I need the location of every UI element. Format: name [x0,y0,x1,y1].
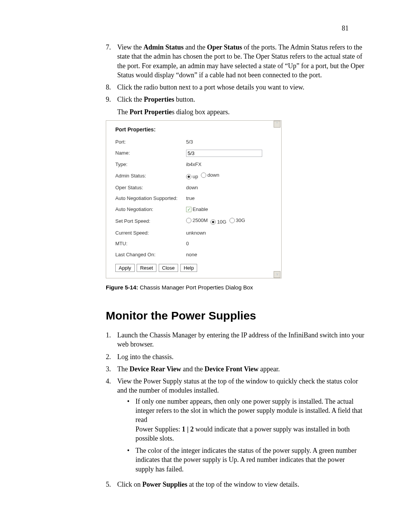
figure-caption: Figure 5-14: Chassis Manager Port Proper… [106,284,365,291]
step-b4: 4. View the Power Supply status at the t… [106,377,365,477]
apply-button[interactable]: Apply [115,264,135,272]
sub-pre: The [117,108,129,116]
value-autoneg-supported: true [186,195,194,202]
label-mtu: MTU: [115,240,186,247]
radio-label: down [207,172,219,179]
step-number: 9. [106,95,117,104]
step-number: 8. [106,83,117,92]
bullet-1: If only one number appears, then only on… [127,397,365,443]
bullet-icon [127,397,135,443]
value-mtu: 0 [186,240,189,247]
radio-speed-2500m[interactable]: 2500M [186,217,208,224]
page-content: 7. View the Admin Status and the Oper St… [106,43,365,489]
step-body: View the Power Supply status at the top … [117,377,365,477]
radio-icon [186,174,191,179]
label-autoneg-supported: Auto Negotiation Supported: [115,195,186,202]
bullet-body: If only one number appears, then only on… [135,397,365,443]
step-7: 7. View the Admin Status and the Oper St… [106,43,365,80]
step-body: Log into the chassis. [117,352,174,361]
heading-monitor-power-supplies: Monitor the Power Supplies [106,308,365,324]
radio-icon [210,219,216,225]
radio-icon [186,218,191,223]
step-b3: 3. The Device Rear View and the Device F… [106,364,365,374]
label-autoneg: Auto Negotiation: [115,206,186,213]
b3-bold1: Device Rear View [129,365,181,373]
b3-mid: and the [181,365,204,373]
step-number: 5. [106,480,117,489]
bullet1-line2-bold: 1 | 2 [182,425,194,433]
step-number: 4. [106,377,117,477]
label-oper-status: Oper Status: [115,184,186,191]
step-8: 8. Click the radio button next to a port… [106,83,365,92]
row-set-speed: Set Port Speed: 2500M 10G 30G [115,217,272,225]
port-properties-dialog: ^ Port Properties: Port: 5/3 Name: Type:… [106,120,282,278]
caption-bold: Figure 5-14: [106,284,140,291]
radio-label: 2500M [193,217,208,224]
step-body: View the Admin Status and the Oper Statu… [117,43,365,80]
step-body: The Device Rear View and the Device Fron… [117,364,280,374]
bullet1-line1: If only one number appears, then only on… [135,398,362,424]
radio-label: up [193,173,198,180]
step-number: 7. [106,43,117,80]
step-b5: 5. Click on Power Supplies at the top of… [106,480,365,489]
radio-label: 10G [217,219,226,225]
dialog-title: Port Properties: [115,126,272,133]
step9-pre: Click the [117,96,144,103]
step-body: Click the Properties button. [117,95,195,104]
radio-speed-30g[interactable]: 30G [229,217,245,224]
checkbox-label: Enable [193,206,208,213]
scroll-up-icon[interactable]: ^ [274,121,280,128]
step-b2: 2. Log into the chassis. [106,352,365,361]
close-button[interactable]: Close [159,264,178,272]
step9-bold: Properties [144,96,174,103]
steps-top: 7. View the Admin Status and the Oper St… [106,43,365,104]
label-name: Name: [115,150,186,157]
radio-admin-up[interactable]: up [186,173,198,180]
radio-speed-10g[interactable]: 10G [210,219,226,225]
step-body: Click the radio button next to a port wh… [117,83,304,92]
row-current-speed: Current Speed: unknown [115,230,272,236]
name-input[interactable] [186,150,262,157]
b5-bold: Power Supplies [142,481,187,488]
step-body: Launch the Chassis Manager by entering t… [117,331,365,349]
b5-post: at the top of the window to view details… [187,481,299,488]
label-admin-status: Admin Status: [115,173,186,179]
row-type: Type: ib4xFX [115,161,272,168]
caption-text: Chassis Manager Port Properties Dialog B… [140,284,253,291]
sub-post: s dialog box appears. [172,108,230,116]
radio-icon [201,173,206,178]
radio-label: 30G [236,217,245,224]
row-oper-status: Oper Status: down [115,184,272,191]
help-button[interactable]: Help [180,264,198,272]
b3-post: appear. [258,365,280,373]
checkbox-autoneg-enable[interactable]: ✓ Enable [186,206,208,213]
step-number: 2. [106,352,117,361]
value-oper-status: down [186,184,198,191]
label-set-speed: Set Port Speed: [115,218,186,225]
bullet-icon [127,446,135,474]
reset-button[interactable]: Reset [137,264,156,272]
label-type: Type: [115,161,186,168]
row-port: Port: 5/3 [115,139,272,145]
bullet-2: The color of the integer indicates the s… [127,446,365,474]
row-admin-status: Admin Status: up down [115,172,272,180]
step9-post: button. [174,96,195,103]
row-autoneg-supported: Auto Negotiation Supported: true [115,195,272,202]
b3-bold2: Device Front View [205,365,259,373]
label-last-changed: Last Changed On: [115,251,186,258]
row-last-changed: Last Changed On: none [115,251,272,258]
step9-subtext: The Port Properties dialog box appears. [117,107,365,117]
figure-5-14: ^ Port Properties: Port: 5/3 Name: Type:… [106,120,365,291]
b3-pre: The [117,365,129,373]
radio-admin-down[interactable]: down [201,172,219,179]
step-b1: 1. Launch the Chassis Manager by enterin… [106,331,365,349]
bullet1-line2-pre: Power Supplies: [135,425,182,433]
b4-text: View the Power Supply status at the top … [117,377,358,394]
scroll-down-icon[interactable]: ∨ [274,271,280,278]
page-number: 81 [342,24,349,33]
checkbox-icon: ✓ [186,207,191,212]
label-port: Port: [115,139,186,145]
step-number: 3. [106,364,117,374]
value-port: 5/3 [186,139,193,145]
row-name: Name: [115,150,272,157]
